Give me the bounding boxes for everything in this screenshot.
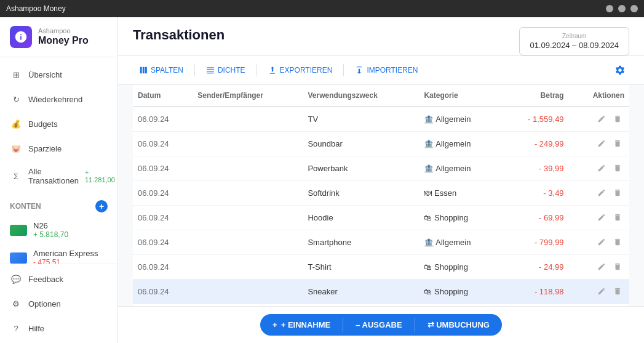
nav-label-recurring: Wiederkehrend bbox=[28, 95, 108, 104]
svg-rect-0 bbox=[140, 67, 142, 74]
cell-sender bbox=[193, 255, 303, 280]
col-category: Kategorie bbox=[419, 85, 501, 107]
delete-icon[interactable] bbox=[611, 163, 624, 174]
table-row[interactable]: 06.09.24 Soundbar 🏦 Allgemein - 249,99 bbox=[133, 132, 629, 156]
nav-sub-all-transactions: + 11.281,00 bbox=[85, 169, 115, 184]
account-item-amex[interactable]: American Express - 475,51 bbox=[0, 244, 117, 264]
cell-sender bbox=[193, 280, 303, 304]
sidebar-item-overview[interactable]: ⊞ Übersicht bbox=[0, 62, 117, 87]
cell-date: 06.09.24 bbox=[133, 230, 193, 255]
cell-actions bbox=[569, 280, 629, 304]
cell-actions bbox=[569, 132, 629, 156]
date-range-box[interactable]: Zeitraum 01.09.2024 – 08.09.2024 bbox=[519, 27, 629, 55]
category-name: Allgemein bbox=[435, 164, 471, 173]
settings-button[interactable] bbox=[611, 61, 629, 79]
sidebar: Ashampoo Money Pro ⊞ Übersicht ↻ Wiederk… bbox=[0, 17, 118, 343]
density-button[interactable]: DICHTE bbox=[200, 63, 252, 78]
category-name: Essen bbox=[434, 188, 456, 198]
cell-purpose: Smartphone bbox=[303, 230, 419, 255]
bottom-bar: + + EINNAHME – AUSGABE ⇄ UMBUCHUNG bbox=[118, 306, 644, 343]
cell-amount: - 118,98 bbox=[502, 280, 569, 304]
sidebar-item-budgets[interactable]: 💰 Budgets bbox=[0, 111, 117, 136]
bottom-nav-label-feedback: Feedback bbox=[28, 275, 63, 284]
nav-icon-goals: 🐷 bbox=[10, 142, 22, 155]
edit-icon[interactable] bbox=[595, 138, 608, 149]
sidebar-item-help[interactable]: ? Hilfe bbox=[0, 316, 117, 341]
transfer-label: ⇄ UMBUCHUNG bbox=[427, 320, 490, 329]
edit-icon[interactable] bbox=[595, 236, 608, 248]
bottom-nav-label-options: Optionen bbox=[28, 299, 61, 309]
nav-label-goals: Sparziele bbox=[28, 144, 108, 153]
table-row[interactable]: 06.09.24 Sneaker 🛍 Shopping - 118,98 bbox=[133, 280, 629, 304]
export-button[interactable]: EXPORTIEREN bbox=[262, 63, 339, 78]
cell-sender bbox=[193, 181, 303, 206]
import-button[interactable]: IMPORTIEREN bbox=[349, 63, 424, 78]
category-name: Shopping bbox=[434, 213, 468, 222]
sidebar-item-all-transactions[interactable]: Σ Alle Transaktionen + 11.281,00 bbox=[0, 161, 117, 192]
delete-icon[interactable] bbox=[611, 113, 624, 124]
edit-icon[interactable] bbox=[595, 261, 608, 272]
account-info-amex: American Express - 475,51 bbox=[33, 249, 98, 264]
transfer-button[interactable]: ⇄ UMBUCHUNG bbox=[415, 314, 502, 336]
delete-icon[interactable] bbox=[611, 261, 624, 272]
maximize-button[interactable] bbox=[618, 5, 626, 12]
table-row[interactable]: 06.09.24 TV 🏦 Allgemein - 1.559,49 bbox=[133, 107, 629, 132]
category-icon: 🛍 bbox=[424, 287, 432, 296]
delete-icon[interactable] bbox=[611, 138, 624, 149]
delete-icon[interactable] bbox=[611, 286, 624, 297]
sidebar-item-recurring[interactable]: ↻ Wiederkehrend bbox=[0, 87, 117, 111]
accounts-label: Konten bbox=[10, 202, 41, 211]
add-account-button[interactable]: + bbox=[95, 200, 108, 212]
income-button[interactable]: + + EINNAHME bbox=[260, 314, 343, 336]
edit-icon[interactable] bbox=[595, 163, 608, 174]
export-icon bbox=[268, 66, 277, 75]
accounts-section: Konten + N26 + 5.818,70 American Express… bbox=[0, 192, 117, 264]
table-row[interactable]: 06.09.24 T-Shirt 🛍 Shopping - 24,99 bbox=[133, 255, 629, 280]
delete-icon[interactable] bbox=[611, 187, 624, 198]
cell-purpose: Sneaker bbox=[303, 280, 419, 304]
toolbar-divider-3 bbox=[343, 64, 344, 76]
account-item-n26[interactable]: N26 + 5.818,70 bbox=[0, 216, 117, 244]
category-name: Allgemein bbox=[435, 115, 471, 124]
nav-icon-overview: ⊞ bbox=[10, 68, 22, 81]
expense-button[interactable]: – AUSGABE bbox=[343, 314, 414, 336]
close-button[interactable] bbox=[630, 5, 638, 12]
edit-icon[interactable] bbox=[595, 286, 608, 297]
table-body: 06.09.24 TV 🏦 Allgemein - 1.559,49 06.09… bbox=[133, 107, 629, 306]
toolbar: SPALTEN DICHTE EXPORTIEREN IMPORTIEREN bbox=[118, 56, 644, 85]
sidebar-nav: ⊞ Übersicht ↻ Wiederkehrend 💰 Budgets 🐷 … bbox=[0, 57, 117, 264]
columns-button[interactable]: SPALTEN bbox=[133, 63, 189, 78]
table-row[interactable]: 06.09.24 Powerbank 🏦 Allgemein - 39,99 bbox=[133, 156, 629, 181]
nav-label-budgets: Budgets bbox=[28, 119, 108, 129]
delete-icon[interactable] bbox=[611, 212, 624, 223]
table-row[interactable]: 06.09.24 Hoodie 🛍 Shopping - 69,99 bbox=[133, 206, 629, 230]
edit-icon[interactable] bbox=[595, 113, 608, 124]
cell-amount: - 1.559,49 bbox=[502, 107, 569, 132]
income-label: + EINNAHME bbox=[281, 320, 331, 329]
titlebar-title: Ashampoo Money bbox=[6, 4, 66, 13]
edit-icon[interactable] bbox=[595, 212, 608, 223]
edit-icon[interactable] bbox=[595, 187, 608, 198]
cell-category: 🏦 Allgemein bbox=[419, 107, 501, 132]
main-content: Transaktionen Zeitraum 01.09.2024 – 08.0… bbox=[118, 17, 644, 343]
cell-amount: - 24,99 bbox=[502, 255, 569, 280]
sidebar-item-feedback[interactable]: 💬 Feedback bbox=[0, 267, 117, 291]
minimize-button[interactable] bbox=[606, 5, 613, 12]
account-name-n26: N26 bbox=[33, 221, 68, 230]
titlebar-controls bbox=[606, 5, 638, 12]
cell-actions bbox=[569, 255, 629, 280]
table-header: Datum Sender/Empfänger Verwendungszweck … bbox=[133, 85, 629, 107]
nav-label-overview: Übersicht bbox=[28, 70, 108, 79]
cell-category: 🏦 Allgemein bbox=[419, 132, 501, 156]
table-row[interactable]: 06.09.24 Smartphone 🏦 Allgemein - 799,99 bbox=[133, 230, 629, 255]
sidebar-header: Ashampoo Money Pro bbox=[0, 17, 117, 57]
transactions-table: Datum Sender/Empfänger Verwendungszweck … bbox=[133, 85, 629, 306]
nav-icon-recurring: ↻ bbox=[10, 93, 22, 105]
bottom-nav-icon-feedback: 💬 bbox=[10, 273, 22, 285]
sidebar-item-goals[interactable]: 🐷 Sparziele bbox=[0, 136, 117, 161]
delete-icon[interactable] bbox=[611, 236, 624, 248]
category-name: Shopping bbox=[434, 287, 468, 296]
sidebar-item-options[interactable]: ⚙ Optionen bbox=[0, 291, 117, 316]
table-row[interactable]: 06.09.24 Softdrink 🍽 Essen - 3,49 bbox=[133, 181, 629, 206]
cell-amount: - 799,99 bbox=[502, 230, 569, 255]
